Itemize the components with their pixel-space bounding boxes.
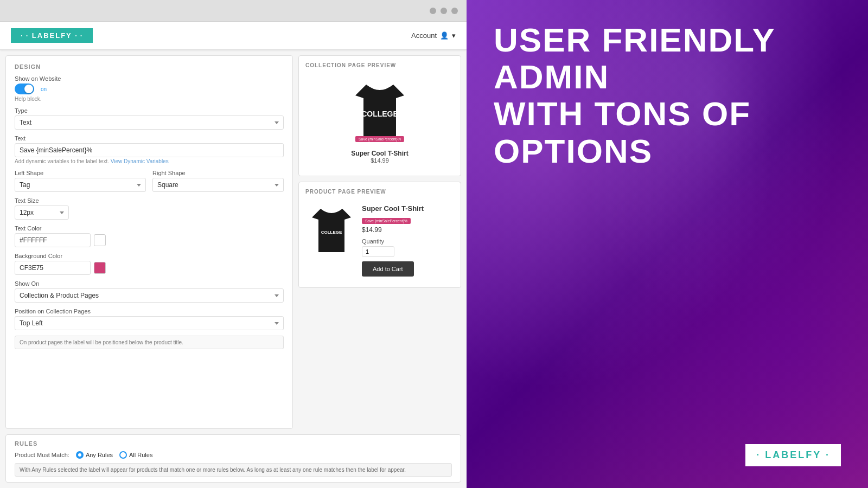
left-shape-label: Left Shape — [15, 170, 146, 176]
text-input[interactable] — [15, 143, 284, 157]
collection-preview-card: COLLECTION PAGE PREVIEW COLLEGE Save {mi… — [298, 55, 461, 176]
tshirt-image-product: COLLEGE — [310, 204, 353, 256]
marketing-logo: · LABELFY · — [745, 444, 841, 466]
left-shape-col: Left Shape Tag — [15, 170, 146, 192]
show-on-website-row: Show on Website on Help block. — [15, 75, 284, 102]
all-rules-radio[interactable] — [119, 451, 127, 459]
text-row: Text Add dynamic variables to the label … — [15, 135, 284, 164]
text-color-swatch[interactable] — [94, 234, 106, 246]
rules-match-label: Product Must Match: — [15, 452, 69, 458]
product-page-name: Super Cool T-Shirt — [362, 204, 450, 213]
marketing-bottom: · LABELFY · — [494, 444, 841, 466]
account-icon: 👤 — [440, 31, 449, 40]
rules-section: RULES Product Must Match: Any Rules All … — [5, 434, 461, 483]
show-on-website-label: Show on Website — [15, 75, 284, 82]
collection-preview-title: COLLECTION PAGE PREVIEW — [305, 62, 454, 68]
app-header: · LABELFY · Account 👤 ▾ — [0, 22, 467, 50]
marketing-panel: USER FRIENDLY ADMIN WITH TONS OF OPTIONS… — [467, 0, 868, 488]
position-row: Position on Collection Pages Top Left — [15, 308, 284, 330]
help-link[interactable]: Help block. — [15, 96, 284, 102]
position-info-box: On product pages the label will be posit… — [15, 336, 284, 349]
show-on-select[interactable]: Collection & Product Pages — [15, 288, 284, 303]
design-form-panel: DESIGN Show on Website on Help block. Ty… — [5, 55, 293, 429]
product-page-inner: COLLEGE Super Cool T-Shirt Save {minSale… — [305, 200, 454, 281]
quantity-input[interactable] — [362, 246, 394, 257]
position-label: Position on Collection Pages — [15, 308, 284, 314]
text-label: Text — [15, 135, 284, 142]
rules-section-title: RULES — [15, 440, 452, 447]
collection-badge-label: Save {minSalePercent}% — [355, 136, 404, 142]
text-size-row: Text Size 12px — [15, 197, 284, 220]
show-on-website-toggle[interactable] — [15, 84, 34, 94]
any-rules-option[interactable]: Any Rules — [76, 451, 113, 459]
product-page-details: Super Cool T-Shirt Save {minSalePercent}… — [362, 204, 450, 277]
rules-match-row: Product Must Match: Any Rules All Rules — [15, 451, 452, 459]
right-shape-label: Right Shape — [152, 170, 284, 176]
design-section-title: DESIGN — [15, 63, 284, 70]
dynamic-variables-link[interactable]: View Dynamic Variables — [111, 158, 169, 164]
traffic-dot-2 — [441, 8, 447, 14]
text-color-row: Text Color — [15, 225, 284, 247]
any-rules-radio[interactable] — [76, 451, 84, 459]
type-label: Type — [15, 107, 284, 114]
product-page-price: $14.99 — [362, 226, 450, 234]
all-rules-label: All Rules — [129, 452, 152, 458]
preview-panel: COLLECTION PAGE PREVIEW COLLEGE Save {mi… — [298, 55, 461, 429]
collection-product-tile: COLLEGE Save {minSalePercent}% Super Coo… — [342, 79, 418, 164]
tshirt-image-collection: COLLEGE — [353, 79, 407, 144]
shape-row: Left Shape Tag Right Shape Square — [15, 170, 284, 192]
product-preview-card: PRODUCT PAGE PREVIEW COLLEGE Super Cool … — [298, 182, 461, 288]
toggle-text: on — [41, 86, 47, 92]
app-main: DESIGN Show on Website on Help block. Ty… — [0, 50, 467, 434]
text-color-input-row — [15, 233, 284, 247]
background-color-label: Background Color — [15, 253, 284, 259]
chevron-down-icon: ▾ — [452, 31, 456, 40]
text-size-label: Text Size — [15, 197, 284, 204]
svg-text:COLLEGE: COLLEGE — [321, 230, 342, 235]
left-shape-select[interactable]: Tag — [15, 178, 146, 192]
product-badge-label: Save {minSalePercent}% — [362, 218, 411, 224]
quantity-label: Quantity — [362, 238, 450, 245]
all-rules-option[interactable]: All Rules — [119, 451, 152, 459]
collection-product-price: $14.99 — [342, 157, 418, 164]
right-shape-select[interactable]: Square — [152, 178, 284, 192]
collection-product-name: Super Cool T-Shirt — [342, 150, 418, 157]
product-preview-title: PRODUCT PAGE PREVIEW — [305, 189, 454, 195]
browser-content: · LABELFY · Account 👤 ▾ DESIGN Show on W… — [0, 22, 467, 488]
background-color-input-row — [15, 261, 284, 275]
marketing-text: USER FRIENDLY ADMIN WITH TONS OF OPTIONS — [494, 22, 841, 170]
logo-badge: · LABELFY · — [11, 28, 93, 43]
browser-titlebar — [0, 0, 467, 22]
show-on-row: Show On Collection & Product Pages — [15, 280, 284, 303]
svg-text:COLLEGE: COLLEGE — [361, 110, 398, 118]
background-color-swatch[interactable] — [94, 262, 106, 274]
text-color-input[interactable] — [15, 233, 91, 247]
traffic-dot-3 — [451, 8, 458, 14]
dynamic-variables-hint: Add dynamic variables to the label text.… — [15, 158, 284, 164]
background-color-input[interactable] — [15, 261, 91, 275]
type-select[interactable]: Text — [15, 115, 284, 130]
show-on-label: Show On — [15, 280, 284, 287]
traffic-dot-1 — [430, 8, 436, 14]
text-color-label: Text Color — [15, 225, 284, 232]
account-button[interactable]: Account 👤 ▾ — [411, 31, 456, 40]
type-row: Type Text — [15, 107, 284, 130]
browser-window: · LABELFY · Account 👤 ▾ DESIGN Show on W… — [0, 0, 467, 488]
rules-info-text: With Any Rules selected the label will a… — [15, 463, 452, 477]
text-size-select[interactable]: 12px — [15, 206, 69, 220]
product-page-image: COLLEGE — [310, 204, 353, 277]
marketing-headline-line1: USER FRIENDLY ADMIN — [494, 22, 841, 95]
right-shape-col: Right Shape Square — [152, 170, 284, 192]
any-rules-label: Any Rules — [86, 452, 113, 458]
add-to-cart-button[interactable]: Add to Cart — [362, 261, 414, 277]
position-select[interactable]: Top Left — [15, 316, 284, 330]
tshirt-wrapper: COLLEGE Save {minSalePercent}% — [353, 79, 407, 146]
collection-preview-inner: COLLEGE Save {minSalePercent}% Super Coo… — [305, 74, 454, 169]
marketing-headline-line2: WITH TONS OF OPTIONS — [494, 95, 841, 169]
background-color-row: Background Color — [15, 253, 284, 275]
account-label: Account — [411, 31, 437, 40]
